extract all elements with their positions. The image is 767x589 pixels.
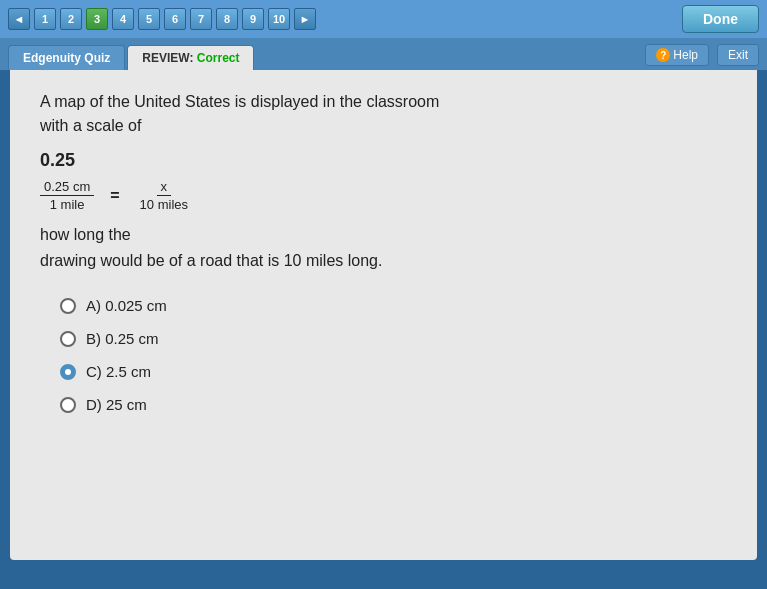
radio-c[interactable] [60,364,76,380]
help-button[interactable]: ? Help [645,44,709,66]
nav-btn-8[interactable]: 8 [216,8,238,30]
next-nav-button[interactable]: ► [294,8,316,30]
choice-a-label: A) 0.025 cm [86,297,167,314]
continuation-text: how long thedrawing would be of a road t… [40,222,727,273]
content-area: A map of the United States is displayed … [10,70,757,560]
scale-value: 0.25 [40,150,727,171]
choice-a[interactable]: A) 0.025 cm [60,297,727,314]
top-navigation-bar: ◄ 1 2 3 4 5 6 7 8 9 10 ► Done [0,0,767,38]
nav-btn-10[interactable]: 10 [268,8,290,30]
fraction-equation: 0.25 cm 1 mile = x 10 miles [40,179,727,212]
tab-quiz[interactable]: Edgenuity Quiz [8,45,125,70]
nav-btn-3[interactable]: 3 [86,8,108,30]
tab-right-controls: ? Help Exit [645,44,759,70]
done-button[interactable]: Done [682,5,759,33]
radio-d[interactable] [60,397,76,413]
equals-sign: = [110,187,119,205]
nav-btn-4[interactable]: 4 [112,8,134,30]
radio-b[interactable] [60,331,76,347]
choice-b[interactable]: B) 0.25 cm [60,330,727,347]
answer-choices: A) 0.025 cm B) 0.25 cm C) 2.5 cm D) 25 c… [40,297,727,413]
fraction-left-numerator: 0.25 cm [40,179,94,196]
exit-button[interactable]: Exit [717,44,759,66]
choice-c[interactable]: C) 2.5 cm [60,363,727,380]
nav-btn-2[interactable]: 2 [60,8,82,30]
prev-nav-button[interactable]: ◄ [8,8,30,30]
fraction-left-denominator: 1 mile [46,196,89,212]
help-icon: ? [656,48,670,62]
choice-b-label: B) 0.25 cm [86,330,159,347]
choice-d[interactable]: D) 25 cm [60,396,727,413]
review-status: Correct [197,51,240,65]
question-text: A map of the United States is displayed … [40,90,727,138]
choice-c-label: C) 2.5 cm [86,363,151,380]
nav-btn-6[interactable]: 6 [164,8,186,30]
question-line2: with a scale of [40,117,141,134]
radio-a[interactable] [60,298,76,314]
choice-d-label: D) 25 cm [86,396,147,413]
tab-bar: Edgenuity Quiz REVIEW: Correct ? Help Ex… [0,38,767,70]
question-line1: A map of the United States is displayed … [40,93,439,110]
nav-btn-9[interactable]: 9 [242,8,264,30]
exit-label: Exit [728,48,748,62]
fraction-right: x 10 miles [136,179,192,212]
nav-btn-1[interactable]: 1 [34,8,56,30]
fraction-left: 0.25 cm 1 mile [40,179,94,212]
nav-btn-7[interactable]: 7 [190,8,212,30]
review-prefix: REVIEW: [142,51,196,65]
tab-review[interactable]: REVIEW: Correct [127,45,254,70]
nav-btn-5[interactable]: 5 [138,8,160,30]
help-label: Help [673,48,698,62]
fraction-right-numerator: x [157,179,172,196]
fraction-right-denominator: 10 miles [136,196,192,212]
